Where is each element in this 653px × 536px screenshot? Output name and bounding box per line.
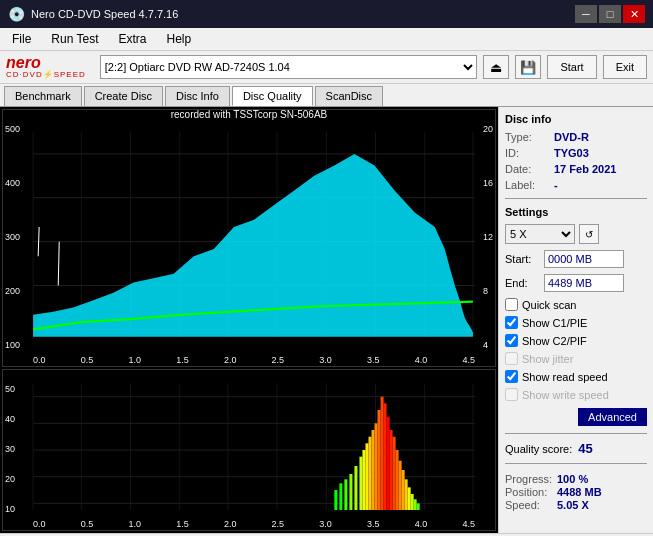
jitter-label: Show jitter [522,353,573,365]
svg-rect-37 [354,466,357,510]
divider-1 [505,198,647,199]
save-button[interactable]: 💾 [515,55,541,79]
speed-progress-row: Speed: 5.05 X [505,499,647,511]
svg-line-16 [38,227,39,256]
top-chart-x-labels: 0.0 0.5 1.0 1.5 2.0 2.5 3.0 3.5 4.0 4.5 [33,355,475,365]
refresh-button[interactable]: ↺ [579,224,599,244]
quickscan-row: Quick scan [505,298,647,311]
speed-label: Speed: [505,499,553,511]
progress-section: Progress: 100 % Position: 4488 MB Speed:… [505,473,647,512]
quality-score-label: Quality score: [505,443,572,455]
menubar: File Run Test Extra Help [0,28,653,51]
position-value: 4488 MB [557,486,602,498]
c1pie-checkbox[interactable] [505,316,518,329]
c2pif-row: Show C2/PIF [505,334,647,347]
disc-date-row: Date: 17 Feb 2021 [505,163,647,175]
c1pie-label: Show C1/PIE [522,317,587,329]
end-input[interactable] [544,274,624,292]
svg-rect-44 [378,410,381,510]
position-row: Position: 4488 MB [505,486,647,498]
disc-id-label: ID: [505,147,550,159]
jitter-checkbox[interactable] [505,352,518,365]
divider-3 [505,463,647,464]
top-chart-svg [3,110,495,366]
disc-label-label: Label: [505,179,550,191]
svg-rect-45 [381,397,384,510]
bottom-chart: 50 40 30 20 10 [2,369,496,531]
menu-extra[interactable]: Extra [114,31,150,47]
jitter-row: Show jitter [505,352,647,365]
svg-rect-47 [387,417,390,510]
tab-create-disc[interactable]: Create Disc [84,86,163,106]
svg-rect-51 [399,461,402,510]
speed-select[interactable]: 5 X [505,224,575,244]
writespeed-row: Show write speed [505,388,647,401]
menu-file[interactable]: File [8,31,35,47]
menu-runtest[interactable]: Run Test [47,31,102,47]
readspeed-checkbox[interactable] [505,370,518,383]
svg-rect-50 [396,450,399,510]
bottom-chart-svg [3,370,495,530]
c2pif-label: Show C2/PIF [522,335,587,347]
window-controls: ─ □ ✕ [575,5,645,23]
main-content: recorded with TSSTcorp SN-506AB 500 400 … [0,107,653,533]
nero-brand: nero [6,55,86,71]
quickscan-label: Quick scan [522,299,576,311]
chart-title: recorded with TSSTcorp SN-506AB [0,109,498,120]
speed-row: 5 X ↺ [505,224,647,244]
svg-rect-39 [362,450,365,510]
svg-rect-46 [384,403,387,510]
disc-type-label: Type: [505,131,550,143]
advanced-button[interactable]: Advanced [578,408,647,426]
position-label: Position: [505,486,553,498]
writespeed-checkbox[interactable] [505,388,518,401]
drive-select[interactable]: [2:2] Optiarc DVD RW AD-7240S 1.04 [100,55,478,79]
nero-logo: nero CD·DVD⚡SPEED [6,55,86,79]
quickscan-checkbox[interactable] [505,298,518,311]
tabbar: Benchmark Create Disc Disc Info Disc Qua… [0,84,653,107]
tab-disc-quality[interactable]: Disc Quality [232,86,313,106]
disc-type-row: Type: DVD-R [505,131,647,143]
disc-id-value: TYG03 [554,147,589,159]
svg-rect-56 [414,499,417,510]
start-field-row: Start: [505,250,647,268]
svg-rect-55 [411,494,414,510]
maximize-button[interactable]: □ [599,5,621,23]
tab-scandisc[interactable]: ScanDisc [315,86,383,106]
toolbar: nero CD·DVD⚡SPEED [2:2] Optiarc DVD RW A… [0,51,653,84]
start-button[interactable]: Start [547,55,596,79]
disc-date-label: Date: [505,163,550,175]
bottom-chart-x-labels: 0.0 0.5 1.0 1.5 2.0 2.5 3.0 3.5 4.0 4.5 [33,519,475,529]
close-button[interactable]: ✕ [623,5,645,23]
tab-disc-info[interactable]: Disc Info [165,86,230,106]
svg-rect-34 [339,483,342,510]
progress-progress-row: Progress: 100 % [505,473,647,485]
titlebar: 💿 Nero CD-DVD Speed 4.7.7.16 ─ □ ✕ [0,0,653,28]
app-icon: 💿 [8,6,25,22]
right-panel: Disc info Type: DVD-R ID: TYG03 Date: 17… [498,107,653,533]
menu-help[interactable]: Help [163,31,196,47]
eject-button[interactable]: ⏏ [483,55,509,79]
svg-rect-42 [371,430,374,510]
tab-benchmark[interactable]: Benchmark [4,86,82,106]
speed-value: 5.05 X [557,499,589,511]
chart-area: recorded with TSSTcorp SN-506AB 500 400 … [0,107,498,533]
progress-value: 100 % [557,473,588,485]
svg-rect-43 [375,423,378,510]
svg-line-17 [58,242,59,286]
settings-title: Settings [505,206,647,218]
svg-rect-48 [390,430,393,510]
minimize-button[interactable]: ─ [575,5,597,23]
disc-type-value: DVD-R [554,131,589,143]
svg-rect-53 [405,479,408,510]
c2pif-checkbox[interactable] [505,334,518,347]
svg-rect-40 [365,443,368,510]
exit-button[interactable]: Exit [603,55,647,79]
disc-label-row: Label: - [505,179,647,191]
start-input[interactable] [544,250,624,268]
svg-rect-38 [359,457,362,510]
readspeed-label: Show read speed [522,371,608,383]
c1pie-row: Show C1/PIE [505,316,647,329]
svg-rect-36 [349,474,352,510]
end-field-row: End: [505,274,647,292]
